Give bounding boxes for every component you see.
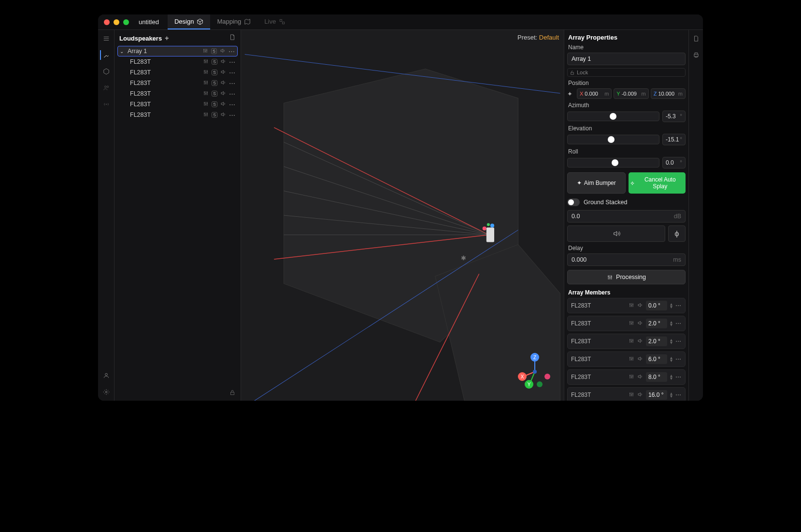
- tree-row-item[interactable]: FL283T S ⋯: [117, 88, 238, 99]
- lock-footer-icon[interactable]: [114, 386, 241, 401]
- solo-button[interactable]: S: [212, 112, 217, 118]
- more-icon[interactable]: ⋯: [675, 320, 682, 327]
- more-icon[interactable]: ⋯: [229, 48, 235, 55]
- sliders-icon[interactable]: [629, 338, 634, 345]
- speaker-icon[interactable]: [637, 320, 643, 327]
- angle-input[interactable]: 16.0 °: [646, 390, 667, 400]
- brush-icon[interactable]: [100, 50, 110, 60]
- tree-row-item[interactable]: FL283T S ⋯: [117, 110, 238, 120]
- more-icon[interactable]: ⋯: [229, 80, 236, 87]
- chevron-down-icon[interactable]: ⌄: [120, 49, 125, 54]
- more-icon[interactable]: ⋯: [675, 356, 682, 363]
- delay-input[interactable]: 0.000ms: [567, 253, 686, 266]
- phase-button[interactable]: ϕ: [668, 225, 686, 242]
- member-row[interactable]: FL283T 0.0 ° ▴▾ ⋯: [567, 298, 686, 313]
- speaker-icon[interactable]: [220, 80, 226, 87]
- picker-icon[interactable]: ✦: [567, 90, 575, 98]
- broadcast-icon[interactable]: [101, 99, 111, 109]
- speaker-icon[interactable]: [220, 48, 226, 55]
- sliders-icon[interactable]: [203, 58, 209, 66]
- sliders-icon[interactable]: [629, 320, 634, 327]
- angle-stepper[interactable]: ▴▾: [670, 303, 672, 308]
- more-icon[interactable]: ⋯: [229, 90, 236, 98]
- more-icon[interactable]: ⋯: [675, 338, 682, 345]
- solo-button[interactable]: S: [212, 101, 217, 107]
- angle-input[interactable]: 2.0 °: [646, 319, 667, 328]
- user-icon[interactable]: [101, 371, 111, 380]
- sliders-icon[interactable]: [203, 101, 209, 108]
- sliders-icon[interactable]: [203, 112, 209, 119]
- angle-input[interactable]: 0.0 °: [646, 301, 667, 310]
- cancel-auto-splay-button[interactable]: ⟡Cancel Auto Splay: [629, 172, 686, 194]
- tab-live[interactable]: Live: [257, 14, 292, 29]
- people-icon[interactable]: [101, 83, 111, 93]
- tab-mapping[interactable]: Mapping: [210, 14, 257, 29]
- member-row[interactable]: FL283T 2.0 ° ▴▾ ⋯: [567, 334, 686, 349]
- y-input[interactable]: Y-0.009m: [614, 88, 648, 99]
- tree-row-item[interactable]: FL283T S ⋯: [117, 67, 238, 78]
- add-loudspeaker-icon[interactable]: +: [165, 34, 169, 42]
- member-row[interactable]: FL283T 8.0 ° ▴▾ ⋯: [567, 369, 686, 385]
- solo-button[interactable]: S: [212, 59, 217, 65]
- roll-value[interactable]: 0.0°: [662, 157, 686, 168]
- tree-row-item[interactable]: FL283T S ⋯: [117, 56, 238, 67]
- speaker-icon[interactable]: [637, 302, 643, 309]
- mute-button[interactable]: [567, 225, 665, 242]
- more-icon[interactable]: ⋯: [675, 374, 682, 380]
- file-icon[interactable]: [229, 34, 236, 42]
- more-icon[interactable]: ⋯: [229, 112, 236, 119]
- speaker-icon[interactable]: [637, 374, 643, 381]
- angle-stepper[interactable]: ▴▾: [670, 356, 672, 362]
- angle-stepper[interactable]: ▴▾: [670, 338, 672, 344]
- processing-button[interactable]: Processing: [567, 270, 686, 284]
- solo-button[interactable]: S: [212, 80, 217, 86]
- document-icon[interactable]: [691, 34, 701, 43]
- azimuth-slider[interactable]: [567, 112, 659, 121]
- azimuth-value[interactable]: -5.3°: [662, 111, 686, 122]
- more-icon[interactable]: ⋯: [675, 302, 682, 309]
- sliders-icon[interactable]: [203, 80, 209, 87]
- speaker-icon[interactable]: [220, 112, 226, 119]
- cube-tool-icon[interactable]: [101, 67, 111, 76]
- zoom-icon[interactable]: [123, 19, 129, 25]
- ground-stacked-toggle[interactable]: [567, 198, 580, 206]
- orientation-gizmo[interactable]: Z X Y: [515, 352, 554, 391]
- sliders-icon[interactable]: [629, 302, 634, 309]
- sliders-icon[interactable]: [629, 392, 634, 399]
- angle-stepper[interactable]: ▴▾: [670, 374, 672, 380]
- gear-icon[interactable]: [101, 387, 111, 397]
- speaker-icon[interactable]: [637, 392, 643, 399]
- speaker-icon[interactable]: [220, 58, 226, 66]
- angle-input[interactable]: 6.0 °: [646, 354, 667, 364]
- more-icon[interactable]: ⋯: [229, 101, 236, 108]
- tab-design[interactable]: Design: [168, 14, 210, 29]
- member-row[interactable]: FL283T 16.0 ° ▴▾ ⋯: [567, 387, 686, 401]
- gain-input[interactable]: 0.0dB: [567, 210, 686, 223]
- angle-input[interactable]: 8.0 °: [646, 372, 667, 382]
- elevation-value[interactable]: -15.1°: [662, 134, 686, 145]
- print-icon[interactable]: [691, 50, 701, 60]
- speaker-icon[interactable]: [637, 338, 643, 345]
- minimize-icon[interactable]: [114, 19, 119, 25]
- sliders-icon[interactable]: [203, 69, 209, 76]
- angle-input[interactable]: 2.0 °: [646, 336, 667, 346]
- member-row[interactable]: FL283T 2.0 ° ▴▾ ⋯: [567, 316, 686, 331]
- member-row[interactable]: FL283T 6.0 ° ▴▾ ⋯: [567, 351, 686, 367]
- speaker-icon[interactable]: [637, 356, 643, 363]
- layers-icon[interactable]: [101, 34, 111, 43]
- elevation-slider[interactable]: [567, 135, 659, 144]
- sliders-icon[interactable]: [202, 48, 208, 55]
- sliders-icon[interactable]: [203, 90, 209, 98]
- lock-row[interactable]: Lock: [567, 68, 686, 77]
- more-icon[interactable]: ⋯: [229, 58, 236, 66]
- solo-button[interactable]: S: [211, 48, 217, 54]
- viewport-3d[interactable]: Preset: Default ✱: [241, 30, 564, 401]
- more-icon[interactable]: ⋯: [229, 69, 236, 76]
- speaker-icon[interactable]: [220, 101, 226, 108]
- tree-row-array[interactable]: ⌄ Array 1 S ⋯: [117, 46, 238, 56]
- speaker-icon[interactable]: [220, 69, 226, 76]
- sliders-icon[interactable]: [629, 374, 634, 381]
- name-input[interactable]: [567, 53, 686, 65]
- z-input[interactable]: Z10.000m: [651, 88, 686, 99]
- tree-row-item[interactable]: FL283T S ⋯: [117, 99, 238, 110]
